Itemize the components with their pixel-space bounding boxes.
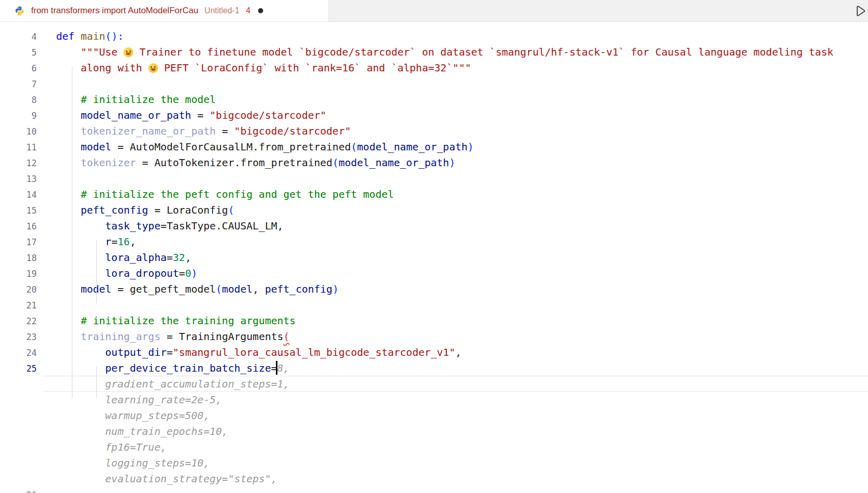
token-v: model_name_or_path — [339, 157, 449, 169]
line-number: 15 — [0, 205, 37, 216]
line-number: 11 — [0, 142, 37, 152]
token-v: peft_config — [265, 283, 332, 295]
code-text: r=16, — [37, 234, 868, 250]
code-text: along with PEFT `LoraConfig` with `rank=… — [37, 60, 868, 76]
line-number: 22 — [0, 316, 37, 326]
code-line-14[interactable]: 14 # initialize the peft config and get … — [0, 187, 868, 202]
code-text: per_device_train_batch_size=8, — [37, 360, 868, 376]
ghost-line[interactable]: num_train_epochs=10, — [0, 424, 868, 439]
run-file-button[interactable] — [853, 4, 867, 18]
token-t: = — [179, 267, 185, 279]
code-line-11[interactable]: 11 model = AutoModelForCausalLM.from_pre… — [0, 139, 868, 155]
token-fn: main — [81, 30, 105, 42]
ghost-line[interactable]: logging_steps=10, — [0, 455, 868, 471]
token-g: evaluation_strategy="steps", — [56, 473, 277, 485]
token-v: peft_config — [81, 204, 148, 216]
token-bre: ( — [284, 330, 290, 343]
token-c: # initialize the training arguments — [81, 315, 295, 327]
ghost-line[interactable]: evaluation_strategy="steps", — [0, 471, 868, 487]
indent-guide-level2a — [96, 240, 97, 303]
code-line-12[interactable]: 12 tokenizer = AutoTokenizer.from_pretra… — [0, 155, 868, 171]
code-line-22[interactable]: 22 # initialize the training arguments — [0, 313, 868, 329]
ghost-line[interactable]: fp16=True, — [0, 439, 868, 455]
token-vf: tokenizer — [81, 157, 136, 169]
code-text: # initialize the training arguments — [37, 313, 868, 329]
code-line-7[interactable]: 7 — [0, 76, 868, 92]
tab-untitled-1[interactable]: from transformers import AutoModelForCau… — [0, 0, 329, 21]
code-line-13[interactable]: 13 — [0, 171, 868, 187]
code-text: tokenizer_name_or_path = "bigcode/starco… — [37, 123, 868, 139]
token-s: "smangrul_lora_causal_lm_bigcode_starcod… — [173, 346, 455, 358]
token-t — [56, 220, 105, 232]
token-t — [56, 46, 81, 58]
code-line-26[interactable]: 26 — [0, 487, 868, 493]
token-t — [56, 204, 81, 216]
token-t: = — [167, 346, 173, 358]
token-br: ) — [191, 267, 197, 279]
hugging-face-emoji — [123, 47, 133, 57]
token-t — [56, 141, 81, 153]
python-icon — [14, 6, 25, 16]
token-vf: tokenizer_name_or_path — [81, 125, 216, 137]
line-number: 10 — [0, 126, 37, 137]
token-t: = — [191, 109, 210, 121]
code-line-19[interactable]: 19 lora_dropout=0) — [0, 266, 868, 281]
token-t: = AutoModelForCausalLM.from_pretrained — [111, 141, 351, 153]
code-line-21[interactable]: 21 — [0, 297, 868, 313]
token-t: = AutoTokenizer.from_pretrained — [136, 157, 333, 169]
hugging-face-emoji — [148, 63, 158, 73]
line-number: 12 — [0, 158, 37, 168]
line-number: 7 — [0, 79, 37, 89]
token-br: ( — [216, 283, 222, 295]
code-line-8[interactable]: 8 # initialize the model — [0, 92, 868, 108]
code-line-20[interactable]: 20 model = get_peft_model(model, peft_co… — [0, 281, 868, 297]
token-t — [56, 283, 81, 295]
code-text: # initialize the peft config and get the… — [37, 187, 868, 202]
ghost-line[interactable]: learning_rate=2e-5, — [0, 392, 868, 408]
code-line-17[interactable]: 17 r=16, — [0, 234, 868, 250]
code-line-10[interactable]: 10 tokenizer_name_or_path = "bigcode/sta… — [0, 123, 868, 139]
token-t: , — [185, 251, 191, 264]
line-number: 17 — [0, 237, 37, 247]
ghost-line[interactable]: warmup_steps=500, — [0, 408, 868, 424]
line-number: 20 — [0, 284, 37, 295]
code-line-4[interactable]: 4def main(): — [0, 29, 868, 44]
token-t — [56, 125, 81, 137]
token-t — [56, 93, 81, 106]
token-g: learning_rate=2e-5, — [56, 394, 222, 406]
code-line-6[interactable]: 6 along with PEFT `LoraConfig` with `ran… — [0, 60, 868, 76]
code-editor[interactable]: 4def main():5 """Use Trainer to finetune… — [0, 22, 868, 493]
token-v: model_name_or_path — [81, 109, 191, 121]
line-number: 18 — [0, 253, 37, 263]
line-number: 25 — [0, 364, 37, 374]
token-g: fp16=True, — [56, 441, 167, 453]
token-s: "bigcode/starcoder" — [210, 109, 326, 121]
token-t: =TaskType.CAUSAL_LM, — [161, 220, 284, 232]
code-line-18[interactable]: 18 lora_alpha=32, — [0, 250, 868, 266]
code-text: lora_alpha=32, — [37, 250, 868, 266]
token-t — [56, 236, 105, 248]
code-line-9[interactable]: 9 model_name_or_path = "bigcode/starcode… — [0, 108, 868, 123]
code-line-15[interactable]: 15 peft_config = LoraConfig( — [0, 202, 868, 218]
token-t: , — [455, 346, 462, 358]
line-number: 4 — [0, 32, 37, 42]
code-text: # initialize the model — [37, 92, 868, 108]
token-t: = — [111, 236, 117, 248]
code-text: evaluation_strategy="steps", — [37, 471, 868, 487]
token-t: = LoraConfig — [148, 204, 228, 216]
code-line-5[interactable]: 5 """Use Trainer to finetune model `bigc… — [0, 44, 868, 60]
token-s: Trainer to finetune model `bigcode/starc… — [133, 46, 833, 58]
tab-bar: from transformers import AutoModelForCau… — [0, 0, 868, 22]
code-line-25[interactable]: 25 per_device_train_batch_size=8, — [0, 360, 868, 376]
modified-indicator-dot[interactable] — [258, 8, 263, 13]
line-number: 21 — [0, 300, 37, 310]
code-line-24[interactable]: 24 output_dir="smangrul_lora_causal_lm_b… — [0, 345, 868, 360]
ghost-line[interactable]: gradient_accumulation_steps=1, — [0, 376, 868, 392]
token-v: per_device_train_batch_size — [105, 362, 271, 374]
code-text: model = get_peft_model(model, peft_confi… — [37, 281, 868, 297]
token-g: warmup_steps=500, — [56, 409, 210, 422]
code-text: num_train_epochs=10, — [37, 424, 868, 439]
indent-guide-level1 — [72, 66, 72, 398]
code-line-23[interactable]: 23 training_args = TrainingArguments( — [0, 329, 868, 345]
code-line-16[interactable]: 16 task_type=TaskType.CAUSAL_LM, — [0, 218, 868, 234]
